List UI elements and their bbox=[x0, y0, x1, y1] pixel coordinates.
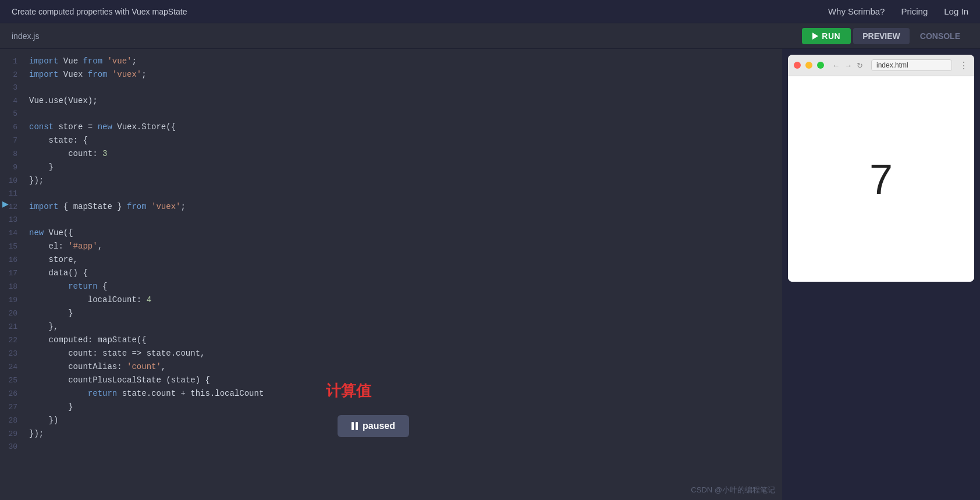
toolbar-buttons: RUN PREVIEW CONSOLE bbox=[802, 28, 968, 44]
run-button[interactable]: RUN bbox=[802, 28, 851, 44]
code-line-23: 23 count: state => state.count, bbox=[0, 347, 782, 360]
code-line-20: 20 } bbox=[0, 307, 782, 320]
code-line-22: 22 computed: mapState({ bbox=[0, 334, 782, 347]
code-line-30: 30 bbox=[0, 441, 782, 453]
code-line-13: 13 bbox=[0, 214, 782, 226]
browser-titlebar: ← → ↻ index.html ⋮ bbox=[788, 55, 974, 76]
paused-icon bbox=[351, 422, 358, 430]
browser-dot-green[interactable] bbox=[817, 62, 824, 69]
code-line-24: 24 countAlias: 'count', bbox=[0, 360, 782, 374]
code-line-6: 6 const store = new Vuex.Store({ bbox=[0, 120, 782, 134]
navbar-link-why-scrimba[interactable]: Why Scrimba? bbox=[828, 6, 885, 16]
code-line-8: 8 count: 3 bbox=[0, 147, 782, 161]
main-area: ▶ 1 import Vue from 'vue'; 2 import Vuex… bbox=[0, 49, 980, 500]
code-line-11: 11 bbox=[0, 187, 782, 200]
code-line-12: 12 import { mapState } from 'vuex'; bbox=[0, 200, 782, 214]
browser-nav: ← → ↻ bbox=[831, 61, 864, 70]
play-icon bbox=[812, 33, 818, 40]
code-line-5: 5 bbox=[0, 108, 782, 120]
file-name: index.js bbox=[12, 31, 39, 41]
code-line-2: 2 import Vuex from 'vuex'; bbox=[0, 68, 782, 81]
console-button[interactable]: CONSOLE bbox=[912, 28, 968, 44]
browser-mockup: ← → ↻ index.html ⋮ 7 bbox=[788, 55, 974, 282]
navbar-title: Create computed properties with Vuex map… bbox=[12, 7, 187, 16]
code-editor[interactable]: ▶ 1 import Vue from 'vue'; 2 import Vuex… bbox=[0, 49, 782, 500]
browser-url[interactable]: index.html bbox=[871, 59, 952, 71]
browser-content: 7 bbox=[788, 76, 974, 282]
browser-dot-red[interactable] bbox=[794, 62, 801, 69]
code-line-15: 15 el: '#app', bbox=[0, 240, 782, 253]
run-label: RUN bbox=[822, 31, 840, 41]
code-line-4: 4 Vue.use(Vuex); bbox=[0, 94, 782, 108]
navbar-link-login[interactable]: Log In bbox=[944, 6, 968, 16]
browser-refresh-button[interactable]: ↻ bbox=[855, 61, 864, 70]
code-line-10: 10 }); bbox=[0, 174, 782, 187]
navbar-right: Why Scrimba? Pricing Log In bbox=[828, 6, 968, 16]
watermark: CSDN @小叶的编程笔记 bbox=[691, 485, 775, 495]
code-line-25: 25 countPlusLocalState (state) { bbox=[0, 374, 782, 387]
editor-toolbar: index.js RUN PREVIEW CONSOLE bbox=[0, 23, 980, 49]
code-line-26: 26 return state.count + this.localCount bbox=[0, 387, 782, 400]
navbar: Create computed properties with Vuex map… bbox=[0, 0, 980, 23]
code-line-16: 16 store, bbox=[0, 253, 782, 267]
preview-panel: ← → ↻ index.html ⋮ 7 bbox=[782, 49, 980, 500]
code-line-17: 17 data() { bbox=[0, 267, 782, 280]
code-line-14: 14 new Vue({ bbox=[0, 226, 782, 240]
code-line-18: 18 return { bbox=[0, 280, 782, 293]
code-line-7: 7 state: { bbox=[0, 134, 782, 147]
code-line-9: 9 } bbox=[0, 161, 782, 174]
browser-menu-icon[interactable]: ⋮ bbox=[959, 60, 968, 71]
code-line-27: 27 } bbox=[0, 400, 782, 414]
line-arrow-indicator: ▶ bbox=[2, 199, 9, 208]
annotation-text: 计算值 bbox=[326, 381, 371, 401]
paused-button[interactable]: paused bbox=[338, 415, 409, 437]
paused-label: paused bbox=[363, 421, 395, 431]
code-line-3: 3 bbox=[0, 81, 782, 94]
code-line-21: 21 }, bbox=[0, 320, 782, 334]
navbar-link-pricing[interactable]: Pricing bbox=[901, 6, 928, 16]
preview-button[interactable]: PREVIEW bbox=[853, 28, 910, 44]
code-line-1: 1 import Vue from 'vue'; bbox=[0, 55, 782, 68]
preview-value: 7 bbox=[869, 155, 893, 203]
browser-forward-button[interactable]: → bbox=[843, 61, 853, 70]
browser-dot-yellow[interactable] bbox=[805, 62, 812, 69]
browser-back-button[interactable]: ← bbox=[831, 61, 841, 70]
code-line-19: 19 localCount: 4 bbox=[0, 293, 782, 307]
